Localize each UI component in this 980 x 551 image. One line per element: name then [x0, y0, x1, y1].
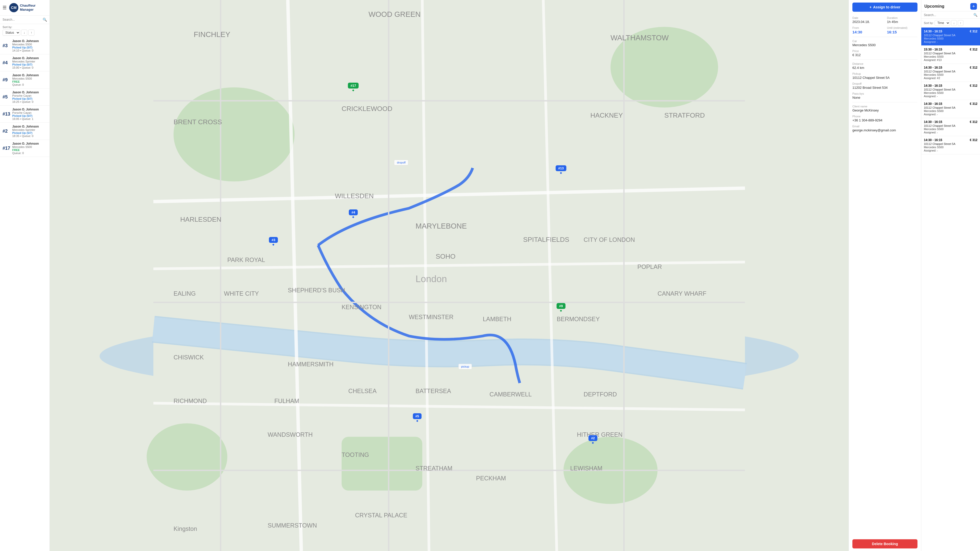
pickup-label: Pickup: [853, 72, 918, 75]
search-input[interactable]: [3, 18, 43, 21]
distance-field: Distance 62.4 km: [853, 62, 918, 70]
svg-text:PECKHAM: PECKHAM: [476, 475, 506, 482]
driver-time: Queue: 0: [12, 83, 47, 86]
upcoming-sort-down-button[interactable]: ↓: [951, 20, 957, 26]
hamburger-icon[interactable]: ☰: [3, 5, 6, 11]
svg-text:CRICKLEWOOD: CRICKLEWOOD: [342, 105, 393, 113]
sort-dropdown[interactable]: Status: [3, 30, 20, 36]
upcoming-panel: Upcoming + 🔍 Sort by: Time ↓ ↑ 14:30 - 1…: [921, 0, 980, 551]
svg-text:MARYLEBONE: MARYLEBONE: [415, 222, 467, 230]
driver-list-item[interactable]: #5 Jason O. Johnson Porsche Cayan Picked…: [0, 89, 49, 106]
upcoming-list-item[interactable]: 14:30 - 16:15 € 312 10112 Chappel Street…: [921, 118, 980, 136]
driver-status: Picked Up (5/7): [12, 63, 47, 66]
detail-header: + Assign to driver: [849, 0, 921, 14]
upcoming-list: 14:30 - 16:15 € 312 10112 Chappel Street…: [921, 27, 980, 551]
driver-list-item[interactable]: #3 Jason O. Johnson Mercedes S500 Picked…: [0, 37, 49, 54]
upcoming-price: € 312: [970, 48, 977, 51]
upcoming-item-header: 14:30 - 16:15 € 312: [924, 66, 977, 69]
client-field: Client name George McKinsey: [853, 105, 918, 112]
client-value: George McKinsey: [853, 108, 918, 112]
map-marker-m2[interactable]: #2: [589, 435, 597, 441]
svg-text:WANDSWORTH: WANDSWORTH: [268, 431, 313, 438]
detail-panel: + Assign to driver Date 2023.04.18. Dura…: [849, 0, 921, 551]
driver-list-item[interactable]: #4 Jason O. Johnson Mercedes Sprinter Pi…: [0, 54, 49, 71]
svg-text:SPITALFIELDS: SPITALFIELDS: [523, 236, 570, 243]
upcoming-price: € 312: [970, 120, 977, 124]
driver-info: Jason O. Johnson Porsche Cayan Picked Up…: [12, 108, 47, 121]
upcoming-list-item[interactable]: 14:30 - 16:15 € 312 10112 Chappel Street…: [921, 100, 980, 118]
svg-text:WALTHAMSTOW: WALTHAMSTOW: [611, 34, 669, 42]
driver-car: Mercedes Sprinter: [12, 128, 47, 131]
upcoming-list-item[interactable]: 14:30 - 16:15 € 312 10112 Chappel Street…: [921, 64, 980, 82]
plus-icon: +: [870, 5, 872, 9]
map-marker-pickup[interactable]: pickup: [458, 364, 472, 369]
until-value: 16:15: [887, 30, 918, 34]
map-marker-m17[interactable]: #17: [348, 83, 359, 89]
map-marker-m13[interactable]: #13: [555, 165, 566, 171]
svg-text:SOHO: SOHO: [436, 252, 455, 260]
map-marker-m4[interactable]: #4: [349, 210, 358, 215]
phone-field: Phone +36 1 304-889-9294: [853, 115, 918, 122]
upcoming-address: 10112 Chappel Street 5A: [924, 70, 977, 73]
passbys-value: None: [853, 96, 918, 100]
phone-value: +36 1 304-889-9294: [853, 118, 918, 122]
delete-booking-button[interactable]: Delete Booking: [853, 539, 918, 548]
search-icon: 🔍: [43, 17, 47, 22]
svg-text:CITY OF LONDON: CITY OF LONDON: [584, 237, 635, 243]
svg-text:HARLESDEN: HARLESDEN: [180, 216, 221, 223]
driver-time: Queue: 0: [12, 151, 47, 155]
upcoming-price: € 312: [970, 84, 977, 87]
upcoming-sort-container: Sort by: Time ↓ ↑: [921, 19, 980, 27]
until-field: Until (estimated) 16:15: [887, 26, 918, 34]
upcoming-assigned: Assigned: #2: [924, 76, 977, 79]
driver-list-item[interactable]: #2 Jason O. Johnson Mercedes Sprinter Pi…: [0, 123, 49, 140]
driver-list-item[interactable]: #13 Jason O. Johnson Porsche Cayan Picke…: [0, 106, 49, 123]
driver-time: 16:05 • Queue: 1: [12, 118, 47, 121]
upcoming-assigned: Assigned: -: [924, 131, 977, 134]
sort-controls: Status ↓ ↑: [3, 30, 47, 36]
sort-down-button[interactable]: ↓: [21, 30, 27, 36]
date-duration-row: Date 2023.04.18. Duration 1h 45m: [853, 16, 918, 24]
driver-list-item[interactable]: #17 Jason O. Johnson Mercedes S500 FREE …: [0, 140, 49, 157]
email-label: Email: [853, 125, 918, 128]
driver-list-item[interactable]: #9 Jason O. Johnson Mercedes S500 FREE Q…: [0, 71, 49, 89]
sort-up-button[interactable]: ↑: [28, 30, 35, 36]
svg-text:London: London: [415, 274, 447, 284]
svg-text:CRYSTAL PALACE: CRYSTAL PALACE: [355, 512, 407, 519]
map-marker-m9[interactable]: #9: [557, 303, 565, 309]
driver-status: Picked Up (5/7): [12, 97, 47, 100]
driver-number: #13: [3, 111, 10, 117]
svg-text:FINCHLEY: FINCHLEY: [194, 30, 230, 38]
from-label: From: [853, 26, 883, 29]
driver-time: 18:35 • Queue: 0: [12, 135, 47, 138]
svg-text:LAMBETH: LAMBETH: [483, 316, 511, 322]
map-roads-svg: FINCHLEY WOOD GREEN WALTHAMSTOW BRENT CR…: [50, 0, 849, 551]
sidebar-search-container: 🔍: [0, 16, 49, 24]
upcoming-address: 10112 Chappel Street 5A: [924, 142, 977, 145]
driver-info: Jason O. Johnson Mercedes S500 FREE Queu…: [12, 73, 47, 86]
upcoming-list-item[interactable]: 14:30 - 16:15 € 312 10112 Chappel Street…: [921, 82, 980, 100]
driver-number: #17: [3, 146, 10, 151]
map-marker-m5[interactable]: #5: [413, 413, 422, 419]
driver-info: Jason O. Johnson Mercedes S500 Picked Up…: [12, 39, 47, 52]
upcoming-sort-dropdown[interactable]: Time: [935, 20, 950, 26]
upcoming-search-input[interactable]: [924, 13, 974, 17]
upcoming-car: Mercedes S500: [924, 37, 977, 40]
assign-to-driver-button[interactable]: + Assign to driver: [853, 3, 918, 12]
car-value: Mercedes S500: [853, 43, 918, 47]
upcoming-car: Mercedes S500: [924, 146, 977, 149]
upcoming-assigned: Assigned: -: [924, 149, 977, 152]
upcoming-list-item[interactable]: 15:30 - 16:15 € 312 10112 Chappel Street…: [921, 46, 980, 64]
upcoming-price: € 312: [970, 102, 977, 106]
upcoming-list-item[interactable]: 14:30 - 16:15 € 312 10112 Chappel Street…: [921, 27, 980, 46]
map-marker-m3[interactable]: #3: [269, 237, 278, 243]
upcoming-car: Mercedes S500: [924, 110, 977, 113]
upcoming-add-button[interactable]: +: [970, 3, 977, 10]
map-marker-dropoff[interactable]: dropoff: [394, 160, 408, 165]
upcoming-item-header: 14:30 - 16:15 € 312: [924, 138, 977, 142]
driver-info: Jason O. Johnson Mercedes Sprinter Picke…: [12, 56, 47, 69]
upcoming-list-item[interactable]: 14:30 - 16:15 € 312 10112 Chappel Street…: [921, 136, 980, 154]
upcoming-sort-up-button[interactable]: ↑: [958, 20, 963, 26]
svg-text:POPLAR: POPLAR: [638, 264, 662, 270]
svg-text:CHISWICK: CHISWICK: [173, 354, 204, 361]
